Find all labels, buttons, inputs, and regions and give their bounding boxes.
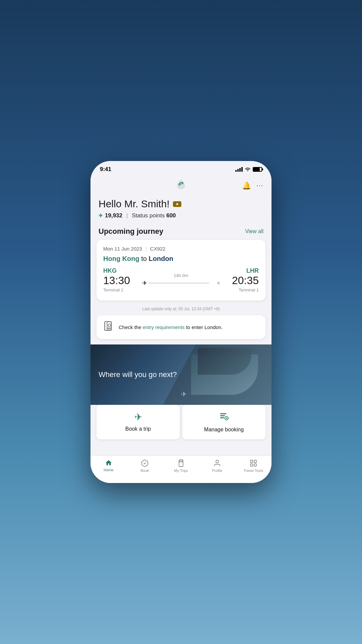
last-update: Last update only at: 05 Jul, 12:34 (GMT …	[90, 305, 272, 315]
flight-track	[148, 283, 220, 283]
nav-item-travel-tools[interactable]: Travel Tools	[235, 459, 272, 473]
svg-point-2	[108, 324, 111, 327]
book-trip-icon: ✈	[134, 412, 142, 423]
notification-bell-icon[interactable]: 🔔	[242, 181, 251, 190]
greeting-row: Hello Mr. Smith! ★	[99, 198, 263, 210]
entry-requirements-card[interactable]: Check the entry requirements to enter Lo…	[97, 315, 265, 339]
status-time: 9:41	[100, 166, 111, 173]
route-to-text: to	[141, 255, 148, 262]
app-header: 🔔 ···	[90, 176, 272, 196]
upcoming-journey-title: Upcoming journey	[99, 227, 163, 236]
svg-rect-1	[105, 322, 107, 330]
manage-booking-button[interactable]: Manage booking	[182, 405, 265, 439]
status-points-value: 600	[166, 212, 176, 219]
phone-frame: 9:41	[90, 161, 272, 483]
nav-label-profile: Profile	[212, 469, 222, 473]
departure-block: HKG 13:30 Terminal 1	[103, 267, 142, 292]
header-actions: 🔔 ···	[242, 181, 263, 190]
nav-item-my-trips[interactable]: My Trips	[163, 459, 199, 473]
promo-image: Where will you go next? ✈	[90, 344, 272, 405]
status-points: Status points 600	[132, 212, 176, 219]
departure-code: HKG	[103, 267, 142, 274]
asia-miles-icon: ✈	[99, 213, 103, 219]
departure-time: 13:30	[103, 274, 142, 287]
manage-booking-label: Manage booking	[204, 427, 244, 433]
arrival-time: 20:35	[220, 274, 259, 287]
svg-rect-16	[254, 464, 256, 466]
nav-label-book: Book	[140, 469, 149, 473]
cathay-logo	[174, 178, 188, 193]
status-points-label: Status points	[132, 212, 166, 219]
passport-icon	[103, 321, 114, 334]
nav-label-my-trips: My Trips	[174, 469, 188, 473]
arrival-block: LHR 20:35 Terminal 1	[220, 267, 259, 292]
journey-card[interactable]: Mon 11 Jun 2023 | CX922 Hong Kong to Lon…	[97, 240, 265, 301]
route-to-city: London	[149, 255, 173, 262]
promo-section: Where will you go next? ✈ ✈ Book a trip	[90, 344, 272, 439]
entry-link[interactable]: entry requirements	[143, 324, 185, 330]
journey-date: Mon 11 Jun 2023	[103, 246, 142, 252]
greeting-section: Hello Mr. Smith! ★ ✈ 19,932 | Status poi…	[90, 196, 272, 224]
promo-plane-icon: ✈	[181, 390, 187, 398]
path-line: ✈	[142, 279, 220, 287]
bottom-nav: Home Book My Trips Profile	[90, 455, 272, 483]
svg-point-12	[216, 460, 219, 463]
flight-timeline: HKG 13:30 Terminal 1 14h 0m ✈ LHR 20:35	[103, 267, 259, 292]
route-from-city: Hong Kong	[103, 255, 139, 262]
battery-icon	[253, 167, 262, 172]
arrival-code: LHR	[220, 267, 259, 274]
svg-rect-13	[250, 460, 253, 463]
nav-label-home: Home	[104, 468, 113, 472]
svg-rect-6	[220, 415, 225, 416]
plane-icon: ✈	[142, 279, 147, 287]
svg-rect-7	[220, 417, 224, 418]
scroll-area: Hello Mr. Smith! ★ ✈ 19,932 | Status poi…	[90, 196, 272, 461]
my-trips-icon	[177, 459, 185, 467]
promo-title: Where will you go next?	[99, 370, 177, 379]
travel-tools-icon	[249, 459, 257, 467]
journey-meta: Mon 11 Jun 2023 | CX922	[103, 246, 259, 252]
flight-duration: 14h 0m	[174, 273, 188, 278]
book-trip-label: Book a trip	[125, 426, 151, 432]
book-icon	[141, 459, 149, 467]
miles-divider: |	[126, 213, 128, 219]
miles-row: ✈ 19,932 | Status points 600	[99, 212, 263, 219]
nav-item-home[interactable]: Home	[90, 459, 127, 472]
nav-item-book[interactable]: Book	[127, 459, 163, 473]
flight-path: 14h 0m ✈	[142, 273, 220, 287]
tier-badge: ★	[173, 201, 181, 207]
book-trip-button[interactable]: ✈ Book a trip	[97, 405, 180, 439]
flight-number: CX922	[150, 246, 166, 252]
svg-rect-11	[179, 460, 183, 467]
nav-item-profile[interactable]: Profile	[199, 459, 235, 473]
signal-icon	[235, 167, 243, 172]
entry-text: Check the entry requirements to enter Lo…	[119, 324, 223, 331]
svg-rect-5	[220, 413, 226, 414]
arrival-terminal: Terminal 1	[220, 287, 259, 292]
svg-rect-15	[250, 464, 253, 466]
departure-terminal: Terminal 1	[103, 287, 142, 292]
action-buttons: ✈ Book a trip Manage boo	[97, 405, 265, 439]
home-icon	[105, 459, 112, 467]
entry-pre-text: Check the	[119, 324, 143, 330]
greeting-text: Hello Mr. Smith!	[99, 198, 170, 210]
manage-booking-icon	[219, 412, 229, 423]
entry-post-text: to enter London.	[186, 324, 223, 330]
more-options-icon[interactable]: ···	[256, 182, 263, 189]
status-icons	[235, 167, 262, 172]
status-bar: 9:41	[90, 161, 272, 176]
section-header: Upcoming journey View all	[90, 224, 272, 240]
miles-amount: 19,932	[105, 212, 122, 219]
svg-rect-14	[254, 460, 256, 463]
nav-label-travel-tools: Travel Tools	[244, 469, 263, 473]
journey-route: Hong Kong to London	[103, 255, 259, 263]
view-all-link[interactable]: View all	[245, 228, 263, 234]
miles-info: ✈ 19,932	[99, 212, 122, 219]
wifi-icon	[245, 167, 251, 172]
profile-icon	[213, 459, 221, 467]
